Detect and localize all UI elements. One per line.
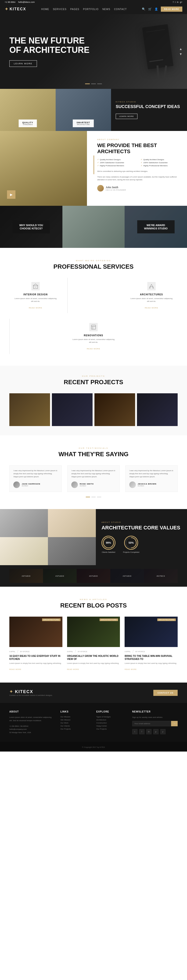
- footer-explore-3[interactable]: Haag Center: [96, 725, 127, 727]
- about-section: ▶ ABOUT COMPANY WE PROVIDE THE BEST ARCH…: [0, 131, 187, 206]
- hero-dot-2[interactable]: [91, 83, 96, 84]
- footer-newsletter-input[interactable]: [132, 721, 171, 726]
- footer-explore-0[interactable]: Types of Designs: [96, 716, 127, 718]
- blog-readmore-1[interactable]: Read More: [67, 668, 79, 670]
- nav-portfolio[interactable]: Portfolio: [83, 8, 99, 11]
- category-item-2[interactable]: #STUDIO: [77, 569, 110, 583]
- footer-link-2[interactable]: Our Work: [60, 722, 91, 724]
- hero-cta-button[interactable]: LEARN MORE: [10, 60, 37, 67]
- category-item-1[interactable]: #STUDIO: [43, 569, 77, 583]
- project-card-0[interactable]: [10, 393, 50, 426]
- blog-meta-1: 8 APRIL / BY KFORCE: [67, 647, 120, 654]
- blog-post-title-2: BRING TO THE TABLE WIN-WIN SURVIVAL STRA…: [125, 654, 177, 660]
- nav-home[interactable]: Home: [41, 8, 49, 11]
- service-card-0: INTERIOR DESIGN Lorem ipsum dolor sit am…: [10, 278, 62, 313]
- core-img-0: [0, 509, 48, 537]
- about-text-2: There are many variations of passages of…: [97, 176, 181, 181]
- project-image-0: [10, 393, 50, 426]
- why-overlay-2: WE'RE AWARD WINNINGS STUDIO: [125, 206, 187, 248]
- feature-promo-button[interactable]: LEARN MORE: [116, 114, 138, 119]
- svg-text:99%: 99%: [106, 541, 111, 544]
- footer-social-youtube[interactable]: y: [160, 729, 165, 734]
- nav-cta-button[interactable]: Read More: [161, 6, 182, 12]
- twitter-icon[interactable]: t: [175, 1, 176, 3]
- footer-social-facebook[interactable]: f: [139, 729, 144, 734]
- testimonial-info-2: JESSICA BROWN Architect: [138, 483, 156, 487]
- why-label-2: WE'RE AWARD WINNINGS STUDIO: [137, 220, 174, 234]
- testimonials-grid: I was very impressed by the fabulous Lor…: [10, 465, 177, 492]
- t-dot-2[interactable]: [97, 497, 101, 497]
- projects-section: OUR PROJECTS RECENT PROJECTS: [0, 366, 187, 435]
- services-eyebrow: WHAT WE'RE OFFERING: [10, 259, 177, 262]
- search-icon[interactable]: 🔍: [142, 8, 146, 11]
- about-signature: John Smith CEO & CO-FOUNDER: [97, 185, 181, 191]
- about-right-inner: ABOUT COMPANY WE PROVIDE THE BEST ARCHIT…: [94, 138, 181, 191]
- blog-date-2: 8 APRIL: [125, 651, 131, 652]
- footer-social-instagram[interactable]: in: [146, 729, 152, 734]
- hero-dot-1[interactable]: [85, 83, 90, 84]
- testimonials-eyebrow: OUR TESTIMONIALS: [10, 447, 177, 449]
- blog-card-0: ARCHITECTURE 8 APRIL / BY KFORCE 16 EASY…: [10, 617, 62, 671]
- about-eyebrow: ABOUT COMPANY: [97, 138, 181, 140]
- nav-pages[interactable]: Pages: [70, 8, 79, 11]
- about-text-content: ABOUT COMPANY WE PROVIDE THE BEST ARCHIT…: [94, 138, 181, 191]
- service-link-1[interactable]: READ MORE: [145, 307, 158, 309]
- core-img-2: [0, 537, 48, 565]
- core-image-block: [0, 509, 96, 565]
- blog-grid: ARCHITECTURE 8 APRIL / BY KFORCE 16 EASY…: [10, 617, 177, 671]
- t-dot-0[interactable]: [86, 497, 90, 497]
- blog-text-2: Lorem ipsum is simply free text used by …: [125, 662, 177, 665]
- service-desc-1: Lorem ipsum dolor sit amet, consectetur …: [129, 297, 174, 303]
- footer-link-4[interactable]: Our Projects: [60, 728, 91, 730]
- nav-services[interactable]: Services: [53, 8, 67, 11]
- footer-newsletter-desc: Sign up for weekly news and articles: [132, 716, 177, 719]
- testimonial-text-2: I was very impressed by the fabulous Lor…: [129, 469, 174, 478]
- nav-links: Home Services Pages Portfolio News Conta…: [41, 8, 127, 11]
- footer-social-pinterest[interactable]: p: [153, 729, 158, 734]
- hero-arrow-down[interactable]: ▼: [179, 52, 182, 56]
- core-stats: 99% Clients Satisfied 50% Projects Compl…: [101, 536, 181, 553]
- blog-readmore-0[interactable]: Read More: [10, 668, 21, 670]
- footer-explore-4[interactable]: Our Projects: [96, 728, 127, 730]
- about-sig-title: CEO & CO-FOUNDER: [106, 189, 126, 191]
- googleplus-icon[interactable]: g+: [180, 1, 182, 3]
- footer-explore-2[interactable]: Construction: [96, 722, 127, 724]
- footer-top: ✦ KITECX Contact us for incredible inter…: [0, 682, 187, 703]
- nav-contact[interactable]: Contact: [114, 8, 127, 11]
- nav-news[interactable]: News: [102, 8, 110, 11]
- facebook-icon[interactable]: f: [173, 1, 174, 3]
- blog-img-bg-0: [10, 617, 62, 647]
- footer-social-twitter[interactable]: t: [132, 729, 138, 734]
- about-play-button[interactable]: ▶: [7, 190, 16, 199]
- hero-dot-3[interactable]: [97, 83, 102, 84]
- category-item-3[interactable]: #STUDIO: [110, 569, 144, 583]
- blog-readmore-2[interactable]: Read More: [125, 668, 136, 670]
- category-item-4[interactable]: #KITECX: [144, 569, 177, 583]
- footer-link-0[interactable]: Our Mission: [60, 716, 91, 718]
- user-icon[interactable]: 👤: [155, 8, 158, 11]
- service-icon-img-0: [31, 282, 40, 290]
- project-card-2[interactable]: [94, 393, 135, 426]
- service-name-0: INTERIOR DESIGN: [13, 293, 58, 296]
- footer-newsletter-button[interactable]: →: [171, 721, 177, 726]
- testimonial-role-0: Architect: [22, 485, 40, 487]
- linkedin-icon[interactable]: in: [177, 1, 179, 3]
- footer-contact-button[interactable]: CONTACT US: [153, 690, 177, 696]
- footer-link-1[interactable]: Site Mission: [60, 719, 91, 721]
- category-item-0[interactable]: #STUDIO: [10, 569, 43, 583]
- why-bg-img: [62, 206, 125, 248]
- service-link-0[interactable]: READ MORE: [29, 307, 42, 309]
- service-link-2[interactable]: READ MORE: [87, 348, 100, 350]
- footer-explore-1[interactable]: Architecture: [96, 719, 127, 721]
- project-card-3[interactable]: [137, 393, 177, 426]
- footer-link-3[interactable]: Our Clients: [60, 725, 91, 727]
- project-card-1[interactable]: [52, 393, 93, 426]
- blog-image-0: ARCHITECTURE: [10, 617, 62, 647]
- t-dot-1[interactable]: [91, 497, 96, 497]
- blog-img-bg-1: [67, 617, 120, 647]
- service-icon-1: [147, 282, 156, 291]
- cart-icon[interactable]: 🛒: [148, 8, 152, 11]
- topbar-phone: +1 98-9964: [5, 1, 16, 3]
- category-text-3: #STUDIO: [123, 575, 132, 577]
- hero-arrow-up[interactable]: ▲: [179, 47, 182, 51]
